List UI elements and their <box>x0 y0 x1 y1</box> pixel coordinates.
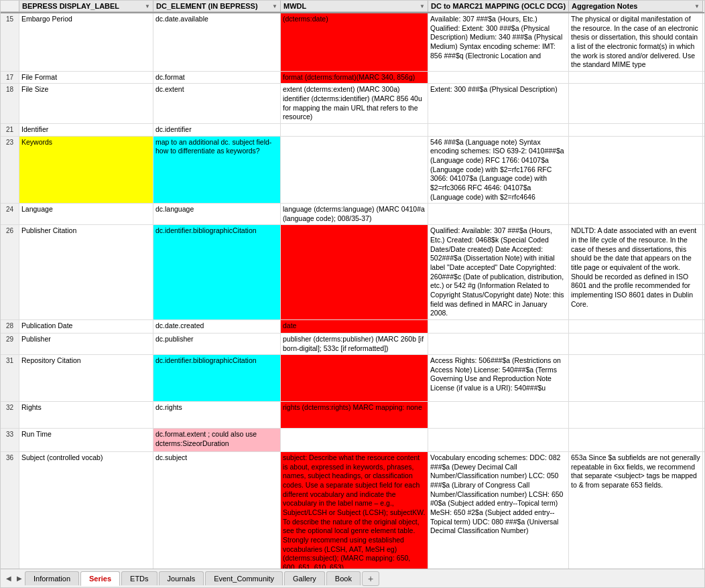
cell-dc-element[interactable]: dc.subject <box>153 452 281 569</box>
table-row: 23Keywordsmap to an additional dc. subje… <box>1 137 704 204</box>
cell-mwdl[interactable]: format (dcterms:format)(MARC 340, 856g) <box>281 72 428 84</box>
cell-mwdl[interactable] <box>281 355 428 401</box>
cell-bepress-label[interactable]: Language <box>19 204 153 224</box>
cell-mwdl[interactable]: (dcterms:date) <box>281 13 428 71</box>
col-m-header[interactable]: DC to MARC21 MAPPING (OCLC DCG) ▼ <box>428 1 569 12</box>
cell-dc-marc21[interactable] <box>428 72 569 84</box>
cell-mwdl[interactable]: rights (dcterms:rights) MARC mapping: no… <box>281 402 428 428</box>
add-sheet-button[interactable]: + <box>362 571 379 586</box>
cell-dc-marc21[interactable] <box>428 204 569 224</box>
cell-dc-element[interactable]: dc.format.extent ; could also use dcterm… <box>153 429 281 451</box>
cell-dc-element[interactable]: dc.identifier <box>153 124 281 136</box>
cell-aggregation-notes[interactable]: The physical or digital manifestation of… <box>569 13 703 71</box>
sheet-tab-gallery[interactable]: Gallery <box>284 571 325 585</box>
cell-dc-marc21[interactable]: Access Rights: 506###$a (Restrictions on… <box>428 355 569 401</box>
cell-aggregation-notes[interactable]: 653a Since $a subfields are not generall… <box>569 452 703 569</box>
cell-dc-marc21[interactable] <box>428 320 569 333</box>
cell-bepress-label[interactable]: Publisher <box>19 334 153 354</box>
cell-aggregation-notes[interactable] <box>569 84 703 123</box>
cell-bepress-label[interactable]: Repository Citation <box>19 355 153 401</box>
table-row: 15Embargo Perioddc.date.available(dcterm… <box>1 13 704 72</box>
cell-dc-element[interactable]: map to an additional dc. subject field- … <box>153 137 281 203</box>
sheet-tab-journals[interactable]: Journals <box>159 571 204 585</box>
cell-aggregation-notes[interactable] <box>569 137 703 203</box>
cell-aggregation-notes[interactable] <box>569 320 703 333</box>
sheet-tab-information[interactable]: Information <box>25 571 79 585</box>
cell-dc-element[interactable]: dc.identifier.bibliographicCitation <box>153 225 281 319</box>
cell-bepress-label[interactable]: File Format <box>19 72 153 84</box>
cell-bepress-label[interactable]: Keywords <box>19 137 153 203</box>
row-number: 17 <box>1 72 19 84</box>
table-row: 17File Formatdc.formatformat (dcterms:fo… <box>1 72 704 84</box>
cell-bepress-label[interactable]: Identifier <box>19 124 153 136</box>
cell-mwdl[interactable] <box>281 137 428 203</box>
cell-aggregation-notes[interactable] <box>569 429 703 451</box>
cell-bepress-label[interactable]: Subject (controlled vocab) <box>19 452 153 569</box>
cell-bepress-label[interactable]: Rights <box>19 402 153 428</box>
cell-dc-marc21[interactable]: Extent: 300 ###$a (Physical Description) <box>428 84 569 123</box>
cell-dc-element[interactable]: dc.date.available <box>153 13 281 71</box>
cell-aggregation-notes[interactable]: NDLTD: A date associated with an event i… <box>569 225 703 319</box>
cell-aggregation-notes[interactable] <box>569 334 703 354</box>
cell-dc-marc21[interactable] <box>428 124 569 136</box>
cell-dc-marc21[interactable] <box>428 334 569 354</box>
cell-dc-element[interactable]: dc.extent <box>153 84 281 123</box>
cell-bepress-label[interactable]: Publisher Citation <box>19 225 153 319</box>
row-number: 24 <box>1 204 19 224</box>
col-b-sort[interactable]: ▼ <box>145 3 150 9</box>
cell-mwdl[interactable]: subject: Describe what the resource cont… <box>281 452 428 569</box>
table-row: 28Publication Datedc.date.createddate <box>1 320 704 334</box>
table-row: 36Subject (controlled vocab)dc.subjectsu… <box>1 452 704 569</box>
cell-mwdl[interactable]: extent (dcterms:extent) (MARC 300a) iden… <box>281 84 428 123</box>
cell-dc-marc21[interactable] <box>428 402 569 428</box>
cell-aggregation-notes[interactable] <box>569 355 703 401</box>
cell-bepress-label[interactable]: Run Time <box>19 429 153 451</box>
tab-nav-right[interactable]: ▶ <box>14 575 25 582</box>
cell-aggregation-notes[interactable] <box>569 204 703 224</box>
cell-dc-marc21[interactable] <box>428 429 569 451</box>
cell-mwdl[interactable] <box>281 225 428 319</box>
cell-dc-marc21[interactable]: Vocabulary encoding schemes: DDC: 082 ##… <box>428 452 569 569</box>
col-b-header[interactable]: BEPRESS DISPLAY_LABEL ▼ <box>19 1 153 12</box>
sheet-tab-series[interactable]: Series <box>80 571 120 586</box>
table-row: 31Repository Citationdc.identifier.bibli… <box>1 355 704 402</box>
col-m-label: DC to MARC21 MAPPING (OCLC DCG) <box>431 2 566 10</box>
cell-dc-element[interactable]: dc.publisher <box>153 334 281 354</box>
cell-dc-marc21[interactable]: 546 ###$a (Language note) Syntax encodin… <box>428 137 569 203</box>
table-row: 33Run Timedc.format.extent ; could also … <box>1 429 704 452</box>
cell-bepress-label[interactable]: File Size <box>19 84 153 123</box>
column-headers: BEPRESS DISPLAY_LABEL ▼ DC_ELEMENT (IN B… <box>1 1 704 13</box>
sheet-tab-event_community[interactable]: Event_Community <box>205 571 283 585</box>
col-c-header[interactable]: DC_ELEMENT (IN BEPRESS) ▼ <box>153 1 281 12</box>
col-n-sort[interactable]: ▼ <box>694 3 700 9</box>
cell-bepress-label[interactable]: Publication Date <box>19 320 153 333</box>
cell-dc-marc21[interactable]: Qualified: Available: 307 ###$a (Hours, … <box>428 225 569 319</box>
cell-dc-element[interactable]: dc.rights <box>153 402 281 428</box>
row-number: 29 <box>1 334 19 354</box>
col-k-sort[interactable]: ▼ <box>420 3 425 9</box>
tab-nav-left[interactable]: ◀ <box>3 575 14 582</box>
row-num-header <box>1 1 19 12</box>
cell-dc-marc21[interactable]: Available: 307 ###$a (Hours, Etc.) Quali… <box>428 13 569 71</box>
cell-dc-element[interactable]: dc.language <box>153 204 281 224</box>
col-k-header[interactable]: MWDL ▼ <box>281 1 428 12</box>
cell-mwdl[interactable] <box>281 124 428 136</box>
sheet-tab-etds[interactable]: ETDs <box>121 571 157 585</box>
cell-mwdl[interactable]: language (dcterms:language) (MARC 0410#a… <box>281 204 428 224</box>
cell-dc-element[interactable]: dc.format <box>153 72 281 84</box>
table-row: 24Languagedc.languagelanguage (dcterms:l… <box>1 204 704 225</box>
cell-aggregation-notes[interactable] <box>569 402 703 428</box>
sheet-tab-book[interactable]: Book <box>326 571 361 585</box>
cell-dc-element[interactable]: dc.date.created <box>153 320 281 333</box>
cell-mwdl[interactable]: date <box>281 320 428 333</box>
row-number: 32 <box>1 402 19 428</box>
cell-mwdl[interactable]: publisher (dcterms:publisher) (MARC 260b… <box>281 334 428 354</box>
col-n-header[interactable]: Aggregation Notes ▼ <box>569 1 703 12</box>
cell-aggregation-notes[interactable] <box>569 124 703 136</box>
cell-mwdl[interactable] <box>281 429 428 451</box>
col-c-sort[interactable]: ▼ <box>272 3 277 9</box>
table-row: 18File Sizedc.extentextent (dcterms:exte… <box>1 84 704 124</box>
cell-aggregation-notes[interactable] <box>569 72 703 84</box>
cell-bepress-label[interactable]: Embargo Period <box>19 13 153 71</box>
cell-dc-element[interactable]: dc.identifier.bibliographicCitation <box>153 355 281 401</box>
